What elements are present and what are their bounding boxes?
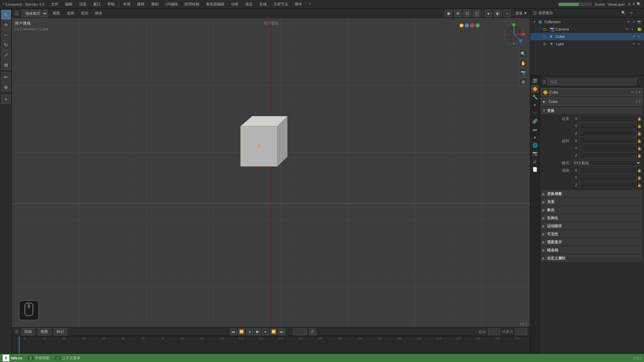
prop-scene-icon[interactable]: 🎬 [531, 77, 539, 84]
vp-menu-select[interactable]: 选择 [65, 10, 76, 16]
viewport-menu-icon[interactable]: ☰ [15, 11, 19, 16]
prop-particles-icon[interactable]: ✦ [531, 101, 539, 109]
current-frame-input[interactable]: 1 [293, 328, 307, 335]
vp-camera-icon[interactable]: 📷 [519, 68, 527, 76]
menu-help[interactable]: 帮助 [106, 1, 116, 7]
cube-view-badge[interactable]: 👁 [631, 34, 636, 39]
tl-jump-start[interactable]: ⏮ [230, 328, 237, 335]
tool-transform[interactable]: ⊞ [1, 60, 11, 70]
ws-texture-paint[interactable]: 纹理绘制 [183, 1, 201, 7]
mode-select[interactable]: 物体模式 [22, 10, 48, 17]
vp-menu-view[interactable]: 视图 [51, 10, 62, 16]
tl-prev-frame[interactable]: ⏪ [238, 328, 245, 335]
ws-layout[interactable]: 布局 [122, 1, 132, 7]
rot-x-lock[interactable]: 🔒 [637, 139, 641, 143]
collection-render-badge[interactable]: 📷 [637, 19, 641, 24]
timeline-ruler[interactable]: 1 10 20 30 40 50 60 70 80 90 100 110 120… [12, 336, 530, 354]
loc-x-lock[interactable]: 🔒 [637, 117, 641, 121]
tool-add[interactable]: + [1, 95, 11, 104]
motion-path-section[interactable]: ▶ 运动路径 [541, 222, 643, 230]
rotation-z-input[interactable]: 0° [579, 153, 637, 159]
data-block-fake-user[interactable]: F [639, 100, 641, 104]
vp-xray[interactable]: ◫ [473, 10, 480, 17]
tl-play[interactable]: ▶ [254, 328, 261, 335]
ws-compositing[interactable]: 合成 [258, 1, 268, 7]
tool-select[interactable]: ↖ [1, 10, 11, 19]
select-options[interactable]: 选项 ▼ [515, 11, 527, 16]
menu-edit[interactable]: 编辑 [64, 1, 74, 7]
light-hide-badge[interactable]: ● [637, 42, 641, 46]
location-x-input[interactable]: 0 m [579, 116, 637, 122]
line-art-section[interactable]: ▶ 线条画 [541, 246, 643, 254]
prop-filter-icon[interactable]: ⋮ [638, 80, 641, 84]
custom-props-section[interactable]: ▶ 自定义属性 [541, 254, 643, 262]
menu-file[interactable]: 文件 [50, 1, 60, 7]
collection-expand-icon[interactable]: ▼ [533, 20, 537, 23]
menu-window[interactable]: 窗口 [92, 1, 102, 7]
tool-scale[interactable]: ⤢ [1, 50, 11, 60]
end-frame-input[interactable]: 250 [515, 328, 527, 335]
tool-measure[interactable]: ⊕ [1, 82, 11, 92]
object-fake-user-btn[interactable]: F [639, 90, 641, 94]
timeline-menu-icon[interactable]: ☰ [15, 329, 19, 334]
loc-y-lock[interactable]: 🔒 [637, 124, 641, 128]
outliner-menu-icon[interactable]: ☰ [533, 10, 537, 15]
vp-search-icon[interactable]: 🔍 [519, 50, 527, 58]
visibility-section[interactable]: ▶ 可见性 [541, 230, 643, 238]
tool-annotate[interactable]: ✏ [1, 72, 11, 82]
tl-menu-markers[interactable]: 标记 [54, 328, 67, 336]
start-frame-input[interactable]: 1 [488, 328, 500, 335]
properties-search[interactable] [548, 78, 636, 85]
rotation-x-input[interactable]: 0° [579, 138, 637, 144]
scale-x-lock[interactable]: 🔒 [637, 169, 641, 172]
ws-animation[interactable]: 动画 [230, 1, 240, 7]
outliner-item-camera[interactable]: ▷ 📷 Camera 👁 ● 🟢 [530, 25, 644, 33]
vp-material-mode[interactable]: ◐ [494, 10, 501, 17]
outliner-more-icon[interactable]: ⋮ [635, 10, 641, 16]
vp-render-mode[interactable]: ○ [503, 10, 511, 17]
viewport-display-section[interactable]: ▶ 视图显示 [541, 238, 643, 246]
tool-move[interactable]: ↔ [1, 30, 11, 40]
scale-x-input[interactable]: 1.000 [579, 167, 637, 173]
collection-view-badge[interactable]: 👁 [626, 19, 631, 24]
viewlayer-label[interactable]: ViewLayer [608, 2, 625, 6]
object-users-btn[interactable]: 1 [635, 90, 637, 94]
outliner-filter-icon[interactable]: 🔍 [621, 10, 627, 16]
delta-transform-section[interactable]: ▶ 变换增量 [541, 190, 643, 197]
menu-render[interactable]: 渲染 [78, 1, 88, 7]
tl-jump-end[interactable]: ⏭ [278, 328, 285, 335]
scene-label[interactable]: Scene [595, 2, 605, 6]
viewport-3d[interactable]: 用户透视 用户透视 (1) Collection | Cube [12, 18, 530, 327]
vp-show-overlays[interactable]: ⊡ [464, 10, 471, 17]
cube-hide-badge[interactable]: ● [637, 34, 641, 39]
object-name-edit-btn[interactable]: ✏ [631, 90, 634, 95]
loc-z-lock[interactable]: 🔒 [637, 132, 641, 135]
tl-prev-keyframe[interactable]: ◂ [246, 328, 253, 335]
outliner-sync-icon[interactable]: ⟲ [628, 10, 634, 16]
rotation-mode-select[interactable]: XYZ 欧拉 [571, 160, 641, 166]
prop-world-icon[interactable]: 🌐 [531, 141, 539, 149]
ws-uv[interactable]: UV编辑 [164, 1, 179, 7]
scale-z-input[interactable]: 1.000 [579, 182, 637, 188]
collection-hide-badge[interactable]: ● [631, 19, 636, 24]
ws-sculpt[interactable]: 雕刻 [150, 1, 160, 7]
tl-menu-view[interactable]: 视图 [38, 328, 51, 336]
rot-z-lock[interactable]: 🔒 [637, 154, 641, 158]
vp-menu-object[interactable]: 物体 [93, 10, 104, 16]
prop-render-icon[interactable]: 📷 [531, 149, 539, 157]
camera-hide-badge[interactable]: ● [630, 27, 635, 32]
location-y-input[interactable]: 0 m [579, 123, 637, 129]
scale-y-input[interactable]: 1.000 [579, 175, 637, 181]
rot-y-lock[interactable]: 🔒 [637, 146, 641, 150]
collection-section[interactable]: ▶ 集合 [541, 206, 643, 214]
prop-material-icon[interactable]: ● [531, 133, 539, 141]
outliner-item-collection[interactable]: ▼ ▣ Collection 👁 ● 📷 [530, 18, 644, 25]
timeline-scrubber[interactable] [19, 336, 19, 354]
prop-constraints-icon[interactable]: 🔗 [531, 117, 539, 125]
prop-output-icon[interactable]: 🖨 [531, 158, 539, 165]
ws-scripting[interactable]: 脚本 [293, 1, 304, 7]
rotation-y-input[interactable]: 0° [579, 145, 637, 151]
ws-add-btn[interactable]: + [308, 1, 312, 7]
tl-next-frame[interactable]: ⏩ [270, 328, 277, 335]
vp-solid-mode[interactable]: ● [485, 10, 492, 17]
